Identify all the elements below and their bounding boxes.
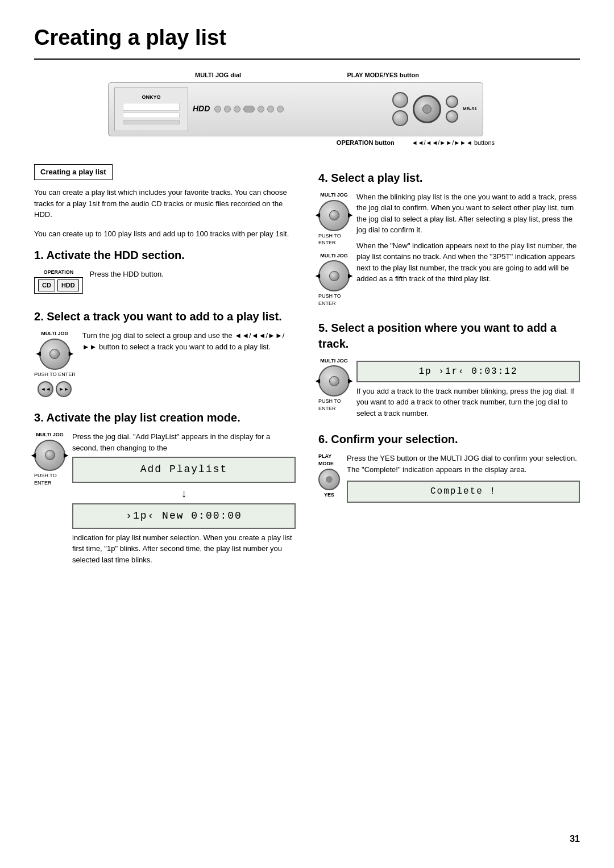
step-2-jog: MULTI JOG ◄ ► PUSH TO ENTER ◄◄ ►► bbox=[34, 330, 76, 397]
step-4-jog-1: MULTI JOG ◄ ► PUSH TO ENTER bbox=[318, 191, 350, 247]
device-diagram: MULTI JOG dial PLAY MODE/YES button ONKY… bbox=[34, 71, 580, 147]
step-3-text: Press the jog dial. "Add PlayList" appea… bbox=[72, 431, 296, 453]
step-2: 2. Select a track you want to add to a p… bbox=[34, 308, 296, 397]
page-title: Creating a play list bbox=[34, 23, 580, 60]
operation-btns: CD HDD bbox=[34, 277, 83, 294]
step-5-jog: MULTI JOG ◄ ► PUSH TO ENTER bbox=[318, 357, 350, 412]
step-5: 5. Select a position where you want to a… bbox=[318, 320, 580, 419]
label-buttons: ◄◄/◄◄/►►/►►◄ buttons bbox=[412, 139, 495, 147]
label-operation: OPERATION button bbox=[337, 139, 395, 147]
step-5-title: 5. Select a position where you want to a… bbox=[318, 320, 580, 352]
step-6-title: 6. Confirm your selection. bbox=[318, 431, 580, 447]
intro-para1: You can create a play list which include… bbox=[34, 187, 296, 220]
step-3-text2: indication for play list number selectio… bbox=[72, 532, 296, 566]
step-4-jog-2: MULTI JOG ◄ ► PUSH TO ENTER bbox=[318, 252, 350, 307]
step-5-text: If you add a track to the track number b… bbox=[356, 386, 580, 419]
step-6: 6. Confirm your selection. PLAY MODE YES… bbox=[318, 431, 580, 506]
label-play-mode: PLAY MODE/YES button bbox=[347, 71, 419, 80]
step-2-text: Turn the jog dial to select a group and … bbox=[82, 330, 296, 352]
intro-para2: You can create up to 100 play lists and … bbox=[34, 228, 296, 240]
display-step5: 1p ›1r‹ 0:03:12 bbox=[356, 361, 580, 382]
step-6-text: Press the YES button or the MULTI JOG di… bbox=[347, 453, 580, 475]
transport-fwd: ►► bbox=[56, 381, 72, 397]
step-1-text: Press the HDD button. bbox=[90, 269, 296, 280]
step-4-text2: When the "New" indication appears next t… bbox=[356, 240, 580, 285]
step-4-title: 4. Select a play list. bbox=[318, 170, 580, 186]
step-1-title: 1. Activate the HDD section. bbox=[34, 247, 296, 263]
page-number: 31 bbox=[570, 833, 580, 845]
step-3-jog: MULTI JOG ◄ ► PUSH TO ENTER bbox=[34, 431, 65, 486]
display-new: ›1p‹ New 0:00:00 bbox=[72, 503, 296, 529]
step-2-title: 2. Select a track you want to add to a p… bbox=[34, 308, 296, 324]
display-complete: Complete ! bbox=[347, 481, 580, 502]
step-3-title: 3. Activate the play list creation mode. bbox=[34, 410, 296, 425]
display-add-playlist: Add Playlist bbox=[72, 457, 296, 482]
step-3: 3. Activate the play list creation mode.… bbox=[34, 410, 296, 565]
step-4: 4. Select a play list. MULTI JOG ◄ ► PUS… bbox=[318, 170, 580, 307]
cd-button: CD bbox=[38, 279, 55, 291]
label-multi-jog: MULTI JOG dial bbox=[195, 71, 241, 80]
step-4-text1: When the blinking play list is the one y… bbox=[356, 191, 580, 236]
hdd-button: HDD bbox=[57, 279, 79, 291]
step-6-play-mode: PLAY MODE YES bbox=[318, 453, 340, 498]
transport-rew: ◄◄ bbox=[38, 381, 53, 397]
step-1: 1. Activate the HDD section. OPERATION C… bbox=[34, 247, 296, 296]
section-title-box: Creating a play list bbox=[34, 164, 113, 180]
play-mode-dial bbox=[318, 469, 340, 490]
arrow-down: ↓ bbox=[72, 486, 296, 500]
